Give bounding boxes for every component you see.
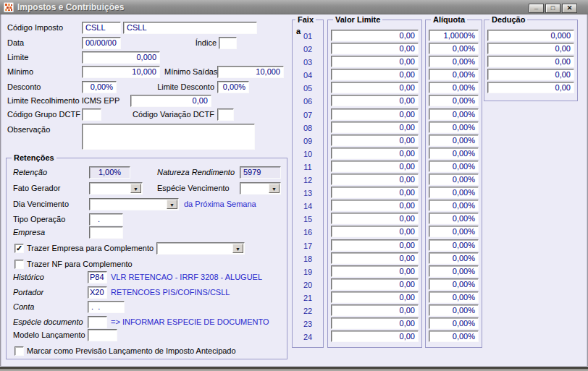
marcar-previsao-checkbox[interactable] <box>14 346 24 356</box>
chevron-down-icon[interactable]: ▼ <box>130 184 141 193</box>
valor-limite-field[interactable]: 0,00 <box>331 291 419 303</box>
deducao-field[interactable]: 0,00 <box>487 56 574 67</box>
chevron-down-icon[interactable]: ▼ <box>232 244 243 253</box>
aliquota-field[interactable]: 0,00% <box>429 95 479 106</box>
portador-code-field[interactable]: X20 <box>88 286 107 299</box>
dia-vencimento-select[interactable]: ▼ <box>89 198 179 210</box>
valor-limite-field[interactable]: 0,00 <box>331 331 419 342</box>
aliquota-field[interactable]: 0,00% <box>429 148 479 159</box>
aliquota-field[interactable]: 0,00% <box>429 43 479 54</box>
minimize-icon[interactable]: _ <box>529 4 544 13</box>
valor-limite-field[interactable]: 0,00 <box>331 43 419 54</box>
aliquota-field[interactable]: 0,00% <box>429 331 479 342</box>
faixa-number: 11 <box>295 161 320 174</box>
aliquota-field[interactable]: 0,00% <box>429 82 479 93</box>
modelo-lancamento-field[interactable] <box>88 329 117 341</box>
aliquota-field[interactable]: 0,00% <box>429 278 479 290</box>
valor-limite-field[interactable]: 0,00 <box>331 30 419 41</box>
codigo-grupo-dctf-field[interactable] <box>82 108 101 121</box>
trazer-empresa-checkbox[interactable] <box>14 244 24 253</box>
valor-limite-field[interactable]: 0,00 <box>331 226 419 237</box>
maximize-icon[interactable]: □ <box>545 4 560 13</box>
codigo-imposto-name-field[interactable]: CSLL <box>123 22 257 34</box>
aliquota-field[interactable]: 0,00% <box>429 291 479 303</box>
aliquota-field[interactable]: 0,00% <box>429 252 479 264</box>
valor-limite-field[interactable]: 0,00 <box>331 121 419 133</box>
valor-limite-field[interactable]: 0,00 <box>331 239 419 251</box>
historico-desc: VLR RETENCAO - IRRF 3208 - ALUGUEL <box>111 271 262 283</box>
especie-documento-field[interactable] <box>88 316 107 328</box>
aliquota-field[interactable]: 0,00% <box>429 121 479 133</box>
limite-desconto-field[interactable]: 0,00% <box>217 81 249 93</box>
portador-label: Portador <box>13 286 43 299</box>
aliquota-field[interactable]: 0,00% <box>429 69 479 80</box>
retencoes-legend: Retenções <box>12 153 56 163</box>
trazer-nf-checkbox[interactable] <box>14 260 24 269</box>
fato-gerador-select[interactable]: Quinzenal ▼ <box>89 182 143 195</box>
aliquota-field[interactable]: 0,00% <box>429 161 479 172</box>
minimo-saidas-label: Mínimo Saídas <box>164 66 217 78</box>
tipo-operacao-field[interactable]: . <box>89 213 123 226</box>
valor-limite-field[interactable]: 0,00 <box>331 278 419 290</box>
aliquota-field[interactable]: 0,00% <box>429 226 479 237</box>
deducao-field[interactable]: 0,00 <box>487 43 574 54</box>
deducao-field[interactable]: 0,00 <box>487 69 574 80</box>
natureza-rendimento-field: 5979 <box>240 166 281 179</box>
aliquota-field[interactable]: 0,00% <box>429 213 479 224</box>
desconto-field[interactable]: 0,00% <box>82 81 117 93</box>
valor-limite-field[interactable]: 0,00 <box>331 317 419 329</box>
valor-limite-field[interactable]: 0,00 <box>331 304 419 316</box>
aliquota-field[interactable]: 0,00% <box>429 304 479 316</box>
aliquota-field[interactable]: 0,00% <box>429 200 479 211</box>
aliquota-field[interactable]: 0,00% <box>429 239 479 251</box>
deducao-field[interactable]: 0,000 <box>487 30 574 41</box>
valor-limite-field[interactable]: 0,00 <box>331 252 419 264</box>
faixa-number: 21 <box>295 291 320 304</box>
aliquota-field[interactable]: 0,00% <box>429 265 479 277</box>
deducao-field[interactable]: 0,00 <box>487 82 574 93</box>
app-icon <box>4 2 14 12</box>
valor-limite-field[interactable]: 0,00 <box>331 265 419 277</box>
empresa-label: Empresa <box>13 226 45 239</box>
empresa-field[interactable] <box>89 226 123 239</box>
valor-limite-field[interactable]: 0,00 <box>331 135 419 146</box>
valor-limite-field[interactable]: 0,00 <box>331 56 419 67</box>
aliquota-field[interactable]: 1,0000% <box>429 30 479 41</box>
observacao-textarea[interactable] <box>82 124 255 150</box>
aliquota-fields: 1,0000%0,00%0,00%0,00%0,00%0,00%0,00%0,0… <box>429 30 479 344</box>
close-icon[interactable]: ✕ <box>562 4 577 13</box>
trazer-empresa-select[interactable]: Nome/Razão Social ▼ <box>156 242 245 255</box>
especie-vencimento-select[interactable]: Util ▼ <box>240 182 281 195</box>
valor-limite-field[interactable]: 0,00 <box>331 69 419 80</box>
aliquota-field[interactable]: 0,00% <box>429 174 479 185</box>
aliquota-field[interactable]: 0,00% <box>429 108 479 120</box>
codigo-variacao-dctf-field[interactable] <box>217 108 234 121</box>
modelo-lancamento-label: Modelo Lançamento <box>13 329 85 341</box>
chevron-down-icon[interactable]: ▼ <box>167 200 177 209</box>
aliquota-field[interactable]: 0,00% <box>429 135 479 146</box>
conta-field[interactable]: . . <box>88 301 125 313</box>
aliquota-field[interactable]: 0,00% <box>429 317 479 329</box>
valor-limite-field[interactable]: 0,00 <box>331 174 419 185</box>
retencao-label: Retenção <box>13 166 47 179</box>
data-field[interactable]: 00/00/00 <box>82 37 121 49</box>
limite-field[interactable]: 0,000 <box>82 51 160 64</box>
faixa-number: 22 <box>295 304 320 317</box>
valor-limite-field[interactable]: 0,00 <box>331 161 419 172</box>
indice-field[interactable] <box>219 37 237 49</box>
aliquota-field[interactable]: 0,00% <box>429 56 479 67</box>
historico-code-field[interactable]: P84 <box>88 271 107 283</box>
valor-limite-field[interactable]: 0,00 <box>331 200 419 211</box>
aliquota-field[interactable]: 0,00% <box>429 187 479 198</box>
valor-limite-field[interactable]: 0,00 <box>331 213 419 224</box>
valor-limite-field[interactable]: 0,00 <box>331 187 419 198</box>
limite-recolhimento-field[interactable]: 0,00 <box>130 95 211 107</box>
codigo-imposto-code-field[interactable]: CSLL <box>82 22 121 34</box>
minimo-field[interactable]: 10,000 <box>82 66 160 78</box>
valor-limite-field[interactable]: 0,00 <box>331 108 419 120</box>
valor-limite-field[interactable]: 0,00 <box>331 95 419 106</box>
minimo-saidas-field[interactable]: 10,000 <box>217 66 284 78</box>
chevron-down-icon[interactable]: ▼ <box>269 184 280 193</box>
valor-limite-field[interactable]: 0,00 <box>331 82 419 93</box>
valor-limite-field[interactable]: 0,00 <box>331 148 419 159</box>
